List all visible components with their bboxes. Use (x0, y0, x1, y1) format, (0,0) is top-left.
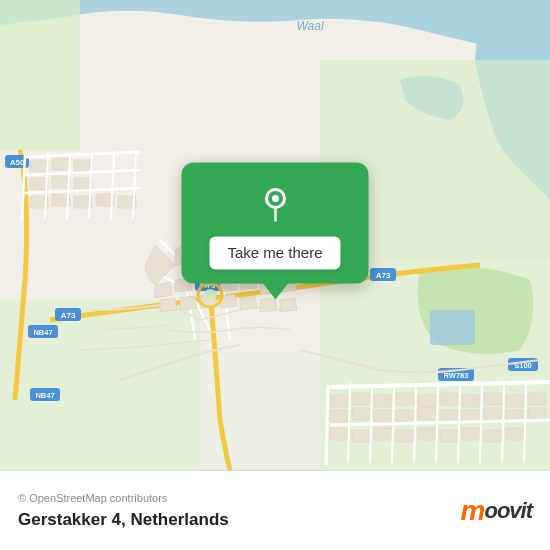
svg-point-23 (204, 289, 216, 301)
svg-rect-41 (484, 408, 502, 420)
popup-bubble: Take me there (181, 162, 368, 283)
svg-text:A73: A73 (376, 271, 391, 280)
svg-rect-38 (462, 395, 480, 407)
svg-rect-25 (430, 310, 475, 345)
svg-rect-54 (506, 428, 524, 440)
svg-rect-46 (330, 428, 348, 440)
svg-rect-34 (440, 393, 458, 405)
svg-text:A50: A50 (10, 158, 25, 167)
svg-rect-60 (74, 178, 92, 190)
svg-rect-48 (374, 428, 392, 440)
svg-rect-51 (440, 430, 458, 442)
take-me-there-button[interactable]: Take me there (209, 236, 340, 269)
svg-rect-28 (374, 395, 392, 407)
svg-rect-52 (462, 428, 480, 440)
svg-rect-27 (352, 393, 370, 405)
svg-rect-32 (396, 393, 414, 405)
footer: © OpenStreetMap contributors Gerstakker … (0, 470, 550, 550)
svg-text:NB47: NB47 (35, 391, 54, 400)
svg-text:Waal: Waal (296, 19, 323, 33)
svg-rect-37 (440, 410, 458, 422)
copyright-text: © OpenStreetMap contributors (18, 492, 229, 504)
svg-rect-42 (506, 395, 524, 407)
svg-rect-50 (418, 428, 436, 440)
svg-rect-39 (484, 393, 502, 405)
svg-point-68 (271, 195, 278, 202)
svg-rect-43 (528, 393, 546, 405)
svg-rect-31 (374, 410, 392, 422)
location-name: Gerstakker 4, Netherlands (18, 510, 229, 530)
svg-rect-26 (330, 395, 348, 407)
location-popup: Take me there (181, 162, 368, 283)
svg-rect-49 (396, 430, 414, 442)
svg-rect-30 (352, 408, 370, 420)
svg-text:A73: A73 (61, 311, 76, 320)
svg-rect-58 (30, 178, 48, 190)
svg-rect-33 (418, 395, 436, 407)
moovit-logo-oovit: oovit (484, 498, 532, 524)
svg-rect-57 (74, 160, 92, 172)
svg-rect-47 (352, 430, 370, 442)
svg-rect-35 (396, 410, 414, 422)
moovit-logo: m oovit (461, 495, 532, 527)
moovit-logo-m: m (461, 495, 485, 527)
map-view[interactable]: A50 A73 A73 A73 NB47 NB47 RW783 S100 (0, 0, 550, 470)
svg-text:RW783: RW783 (444, 371, 469, 380)
svg-rect-59 (52, 176, 70, 188)
svg-text:NB47: NB47 (33, 328, 52, 337)
svg-rect-56 (52, 158, 70, 170)
svg-rect-53 (484, 430, 502, 442)
svg-rect-36 (418, 408, 436, 420)
svg-rect-45 (528, 408, 546, 420)
footer-left: © OpenStreetMap contributors Gerstakker … (18, 492, 229, 530)
location-pin-icon (253, 180, 297, 224)
svg-rect-55 (30, 160, 48, 172)
svg-rect-1 (0, 0, 80, 150)
svg-rect-29 (330, 410, 348, 422)
